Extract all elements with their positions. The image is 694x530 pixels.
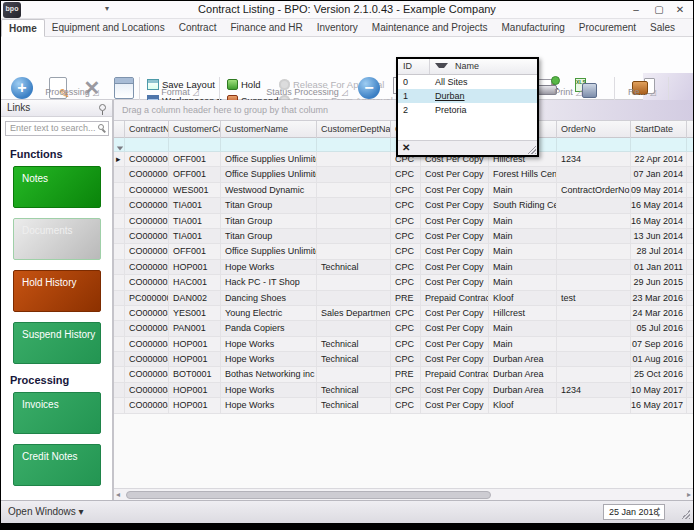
horizontal-scrollbar[interactable]: ◂ ▸ [114, 488, 693, 500]
cell-orderno[interactable]: 1234 [557, 152, 631, 167]
sidebar-search-input[interactable]: Enter text to search... [5, 121, 109, 136]
cell-contracttype[interactable]: CPC [391, 352, 421, 367]
cell-customercode[interactable]: TIA001 [169, 229, 221, 244]
cell-orderno[interactable] [557, 260, 631, 275]
cell-startdate[interactable]: 05 Jul 2016 [631, 321, 687, 336]
date-picker-input[interactable]: 25 Jan 2018 ▲▼ [603, 504, 665, 520]
cell-location[interactable]: Main [489, 275, 557, 290]
cell-orderno[interactable] [557, 321, 631, 336]
cell-customerdeptname[interactable]: Technical [317, 260, 391, 275]
cell-customercode[interactable]: OFF001 [169, 167, 221, 182]
cell-location[interactable]: Durban Area [489, 383, 557, 398]
filter-cell[interactable] [221, 138, 317, 152]
cell-customerdeptname[interactable]: Sales Department [317, 306, 391, 321]
cell-orderno[interactable] [557, 244, 631, 259]
cell-contractno[interactable]: CO0000044 [125, 367, 169, 382]
cell-orderno[interactable]: ContractOrderNo [557, 183, 631, 198]
cell-contracttypedesc[interactable]: Cost Per Copy [421, 398, 489, 413]
table-row[interactable]: CO0000011WES001Westwood DynamicCPCCost P… [114, 183, 693, 198]
cell-customercode[interactable]: OFF001 [169, 244, 221, 259]
cell-location[interactable]: Main [489, 244, 557, 259]
cell-customercode[interactable]: BOT0001 [169, 367, 221, 382]
column-header-startdate[interactable]: StartDate [631, 121, 687, 138]
cell-customercode[interactable]: TIA001 [169, 198, 221, 213]
cell-orderno[interactable] [557, 275, 631, 290]
cell-contractno[interactable]: CO0000028 [125, 275, 169, 290]
table-row[interactable]: CO0000041PAN001Panda CopiersCPCCost Per … [114, 321, 693, 336]
popup-option-durban[interactable]: 1Durban [398, 89, 537, 103]
cell-contracttype[interactable]: CPC [391, 321, 421, 336]
resize-grip-icon[interactable] [527, 145, 536, 154]
cell-location[interactable]: Kloof [489, 398, 557, 413]
popup-col-name[interactable]: Name [430, 59, 479, 74]
cell-customername[interactable]: Office Supplies Unlimited [221, 152, 317, 167]
cell-contractno[interactable]: CO0000020 [125, 260, 169, 275]
tab-sales[interactable]: Sales [643, 19, 682, 37]
cell-customername[interactable]: Young Electric [221, 306, 317, 321]
cell-startdate[interactable]: 07 Sep 2016 [631, 337, 687, 352]
column-header-customerdeptname[interactable]: CustomerDeptName [317, 121, 391, 138]
cell-customerdeptname[interactable] [317, 275, 391, 290]
cell-orderno[interactable]: test [557, 291, 631, 306]
cell-orderno[interactable] [557, 229, 631, 244]
tab-manufacturing[interactable]: Manufacturing [494, 19, 571, 37]
popup-option-all-sites[interactable]: 0All Sites [398, 75, 537, 89]
cell-location[interactable]: Durban Area [489, 367, 557, 382]
cell-startdate[interactable]: 13 Jun 2014 [631, 229, 687, 244]
cell-contractno[interactable]: CO0000031 [125, 306, 169, 321]
table-row[interactable]: CO0000047HOP001Hope WorksTechnicalCPCCos… [114, 398, 693, 413]
cell-contractno[interactable]: CO0000019 [125, 244, 169, 259]
dialog-launcher-icon[interactable]: ◿ [576, 88, 582, 97]
cell-contracttypedesc[interactable]: Cost Per Copy [421, 383, 489, 398]
cell-contracttypedesc[interactable]: Cost Per Copy [421, 337, 489, 352]
cell-contracttypedesc[interactable]: Cost Per Copy [421, 183, 489, 198]
cell-customerdeptname[interactable] [317, 291, 391, 306]
cell-startdate[interactable]: 16 May 2014 [631, 214, 687, 229]
cell-customerdeptname[interactable] [317, 198, 391, 213]
cell-customerdeptname[interactable] [317, 214, 391, 229]
cell-contracttype[interactable]: CPC [391, 337, 421, 352]
table-row[interactable]: CO0000044BOT0001Bothas Networking incPRE… [114, 367, 693, 382]
cell-customerdeptname[interactable] [317, 367, 391, 382]
sidebar-button-notes[interactable]: Notes [13, 166, 101, 208]
cell-startdate[interactable]: 10 May 2017 [631, 383, 687, 398]
cell-orderno[interactable] [557, 198, 631, 213]
cell-contracttypedesc[interactable]: Cost Per Copy [421, 321, 489, 336]
cell-contractno[interactable]: CO0000041 [125, 321, 169, 336]
cell-customercode[interactable]: HOP001 [169, 352, 221, 367]
tab-equipment-and-locations[interactable]: Equipment and Locations [45, 19, 172, 37]
cell-contractno[interactable]: CO0000043 [125, 352, 169, 367]
cell-customername[interactable]: Hope Works [221, 383, 317, 398]
cell-contracttypedesc[interactable]: Cost Per Copy [421, 306, 489, 321]
cell-customername[interactable]: Office Supplies Unlimited [221, 167, 317, 182]
cell-contractno[interactable]: CO0000042 [125, 337, 169, 352]
cell-customercode[interactable]: HAC001 [169, 275, 221, 290]
cell-customername[interactable]: Hope Works [221, 352, 317, 367]
popup-option-pretoria[interactable]: 2Pretoria [398, 103, 537, 117]
cell-startdate[interactable]: 07 Jan 2014 [631, 167, 687, 182]
search-icon[interactable] [98, 124, 104, 130]
sidebar-button-credit-notes[interactable]: Credit Notes [13, 444, 101, 486]
cell-contracttype[interactable]: CPC [391, 383, 421, 398]
column-header-contractno[interactable]: ContractNo [125, 121, 169, 138]
cell-contracttypedesc[interactable]: Cost Per Copy [421, 214, 489, 229]
cell-customercode[interactable]: WES001 [169, 183, 221, 198]
cell-customerdeptname[interactable]: Technical [317, 337, 391, 352]
cell-customercode[interactable]: HOP001 [169, 383, 221, 398]
filter-cell[interactable] [557, 138, 631, 152]
scrollbar-thumb[interactable] [126, 491, 491, 499]
cell-customercode[interactable]: HOP001 [169, 260, 221, 275]
cell-startdate[interactable]: 01 Aug 2016 [631, 352, 687, 367]
cell-startdate[interactable]: 24 Mar 2016 [631, 306, 687, 321]
dialog-launcher-icon[interactable]: ◿ [193, 88, 199, 97]
popup-col-id[interactable]: ID [398, 59, 430, 74]
date-spinner[interactable]: ▲▼ [654, 505, 663, 519]
cell-contracttypedesc[interactable]: Cost Per Copy [421, 275, 489, 290]
tab-procurement[interactable]: Procurement [572, 19, 643, 37]
cell-customername[interactable]: Hope Works [221, 398, 317, 413]
cell-customername[interactable]: Westwood Dynamic [221, 183, 317, 198]
cell-orderno[interactable] [557, 337, 631, 352]
table-row[interactable]: CO0000020HOP001Hope WorksTechnicalCPCCos… [114, 260, 693, 275]
table-row[interactable]: CO0000016TIA001Titan GroupCPCCost Per Co… [114, 229, 693, 244]
minimize-button[interactable]: – [625, 2, 647, 17]
